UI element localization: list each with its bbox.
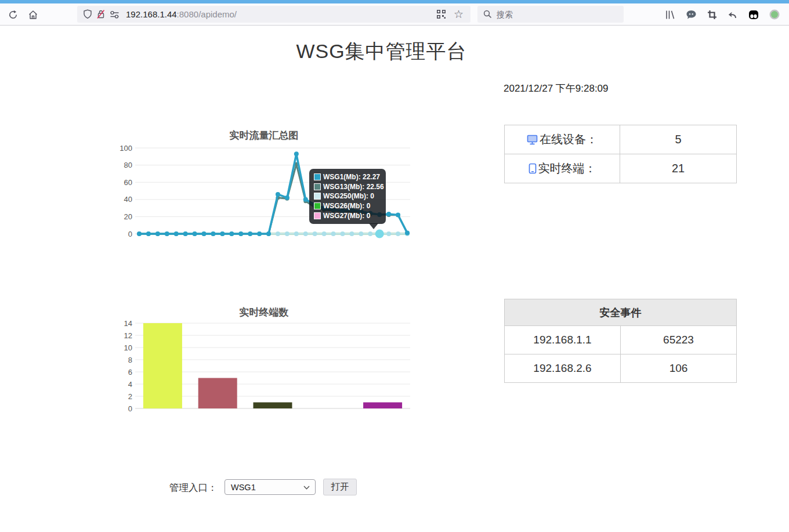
chevron-down-icon <box>303 486 310 490</box>
table-row: 192.168.2.6 106 <box>505 354 737 383</box>
shield-icon[interactable] <box>83 9 92 19</box>
device-status-table: 在线设备： 5 实时终端： 21 <box>504 125 737 183</box>
permissions-toggle-icon[interactable] <box>110 10 120 19</box>
svg-text:10: 10 <box>124 343 132 352</box>
page-title: WSG集中管理平台 <box>0 38 763 65</box>
svg-text:100: 100 <box>120 144 132 153</box>
url-host: 192.168.1.44 <box>126 9 177 19</box>
bar-chart: 02468101214 <box>113 318 415 417</box>
svg-text:2: 2 <box>128 392 132 401</box>
wsg-select[interactable]: WSG1 <box>225 479 316 495</box>
admin-entry-label: 管理入口： <box>169 482 218 494</box>
crop-icon <box>707 10 717 20</box>
security-ip-cell: 192.168.1.1 <box>505 326 621 354</box>
tooltip-row: WSG1(Mb): 22.27 <box>314 172 381 182</box>
lock-slash-icon[interactable] <box>96 9 106 19</box>
browser-toolbar: 192.168.1.44:8080/apidemo/ ☆ <box>0 3 789 26</box>
security-count-cell: 106 <box>621 354 737 383</box>
device-label-cell: 在线设备： <box>505 125 620 154</box>
search-bar[interactable] <box>477 6 624 23</box>
url-path: :8080/apidemo/ <box>177 9 237 19</box>
device-label-cell: 实时终端： <box>505 154 620 183</box>
screenshot-extension-button[interactable] <box>704 6 720 23</box>
security-count-cell: 65223 <box>621 326 737 354</box>
library-button[interactable] <box>662 6 678 23</box>
reload-button[interactable] <box>5 6 21 23</box>
search-input[interactable] <box>497 10 613 19</box>
avatar-icon <box>769 9 780 20</box>
tooltip-label: WSG1(Mb): 22.27 <box>323 173 380 181</box>
svg-text:0: 0 <box>128 230 132 238</box>
bookmark-star-button[interactable]: ☆ <box>454 9 464 20</box>
table-row: 在线设备： 5 <box>505 125 737 154</box>
security-ip-cell: 192.168.2.6 <box>505 354 621 383</box>
svg-text:0: 0 <box>128 404 132 413</box>
svg-text:20: 20 <box>124 212 132 221</box>
svg-text:40: 40 <box>124 195 132 204</box>
tooltip-swatch <box>314 202 321 209</box>
phone-icon <box>529 163 537 174</box>
tooltip-swatch <box>314 212 321 219</box>
chat-bubble-icon <box>686 10 697 20</box>
device-value-cell: 21 <box>620 154 737 183</box>
qr-code-button[interactable] <box>436 9 446 19</box>
panda-icon <box>748 10 759 20</box>
undo-extension-button[interactable] <box>725 6 741 23</box>
tooltip-label: WSG13(Mb): 22.56 <box>323 183 384 191</box>
monitor-icon <box>527 135 538 145</box>
undo-arrow-icon <box>728 10 738 20</box>
wsg-select-value: WSG1 <box>231 483 256 492</box>
home-icon <box>28 10 38 20</box>
svg-text:60: 60 <box>124 178 132 187</box>
open-button[interactable]: 打开 <box>323 479 357 495</box>
tooltip-row: WSG250(Mb): 0 <box>314 191 381 201</box>
tooltip-row: WSG26(Mb): 0 <box>314 201 381 211</box>
table-row: 192.168.1.1 65223 <box>505 326 737 354</box>
bar-chart-title: 实时终端数 <box>113 306 415 319</box>
search-icon <box>483 10 492 19</box>
chat-extension-button[interactable] <box>683 6 699 23</box>
security-events-table: 安全事件 192.168.1.1 65223 192.168.2.6 106 <box>504 299 737 383</box>
home-button[interactable] <box>25 6 41 23</box>
tooltip-label: WSG250(Mb): 0 <box>323 192 374 200</box>
device-label: 在线设备： <box>540 133 598 146</box>
reload-icon <box>8 10 18 20</box>
table-row: 实时终端： 21 <box>505 154 737 183</box>
url-bar[interactable]: 192.168.1.44:8080/apidemo/ ☆ <box>77 6 470 23</box>
tooltip-label: WSG27(Mb): 0 <box>323 212 370 220</box>
security-table-header: 安全事件 <box>505 299 737 326</box>
svg-text:80: 80 <box>124 161 132 169</box>
tooltip-swatch <box>314 173 321 180</box>
svg-text:4: 4 <box>128 380 132 389</box>
svg-text:6: 6 <box>128 368 132 377</box>
library-icon <box>665 10 675 20</box>
panda-extension-button[interactable] <box>745 6 762 23</box>
svg-text:14: 14 <box>124 319 132 328</box>
table-header-row: 安全事件 <box>505 299 737 326</box>
timestamp: 2021/12/27 下午9:28:09 <box>504 82 609 95</box>
device-value-cell: 5 <box>620 125 737 154</box>
url-text[interactable]: 192.168.1.44:8080/apidemo/ <box>126 9 436 19</box>
tooltip-row: WSG27(Mb): 0 <box>314 211 381 220</box>
device-label: 实时终端： <box>538 162 596 175</box>
tooltip-label: WSG26(Mb): 0 <box>323 202 370 210</box>
svg-text:8: 8 <box>128 356 132 364</box>
tooltip-swatch <box>314 193 321 200</box>
tooltip-swatch <box>314 183 321 190</box>
account-avatar-button[interactable] <box>766 6 783 23</box>
svg-text:12: 12 <box>124 331 132 340</box>
tooltip-row: WSG13(Mb): 22.56 <box>314 182 381 192</box>
chart-tooltip: WSG1(Mb): 22.27 WSG13(Mb): 22.56 WSG250(… <box>309 169 386 224</box>
